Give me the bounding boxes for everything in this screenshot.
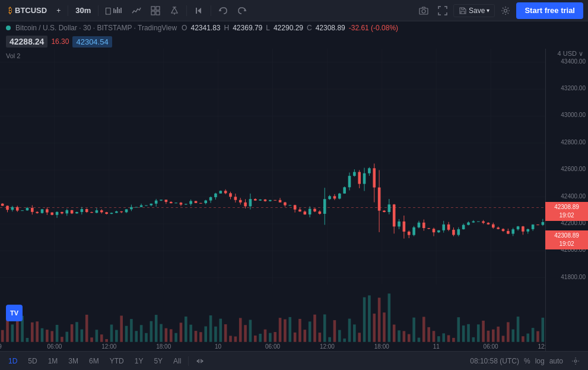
svg-rect-1: [115, 10, 116, 13]
svg-point-16: [574, 360, 577, 362]
current-price-tag: 42308.89 19:02: [545, 230, 588, 249]
price-tick: 43400.00: [561, 58, 586, 65]
chart-type-button[interactable]: ⎕: [102, 4, 126, 17]
close-label: C: [307, 24, 312, 32]
candlestick-chart[interactable]: Vol 2 TV 4 USD ∨43400.0043200.0043000.00…: [0, 49, 588, 351]
svg-marker-11: [198, 8, 201, 14]
fullscreen-icon: [438, 6, 447, 15]
timeframe-ytd[interactable]: YTD: [106, 356, 128, 366]
price-box: 42288.24 16.30 42304.54: [0, 34, 588, 49]
timeframe-all[interactable]: All: [170, 356, 185, 366]
alerts-icon: [170, 6, 179, 15]
timeframe-5d[interactable]: 5D: [24, 356, 40, 366]
price-change: -32.61 (-0.08%): [349, 24, 398, 32]
settings-button[interactable]: [497, 4, 514, 17]
high-value: 42369.79: [233, 24, 262, 32]
price-change-display: 16.30: [51, 37, 69, 46]
open-value: 42341.83: [190, 24, 220, 32]
chart-settings-button[interactable]: [568, 355, 583, 367]
chart-container: Bitcoin / U.S. Dollar · 30 · BITSTAMP · …: [0, 21, 588, 370]
timeframe-1y[interactable]: 1Y: [131, 356, 147, 366]
gear-icon: [501, 6, 510, 15]
symbol-label: BTCUSD: [15, 6, 47, 15]
btc-icon: ₿: [8, 6, 12, 15]
ohlc-data: O 42341.83 H 42369.79 L 42290.29 C 42308…: [182, 24, 398, 32]
timeframe-3m[interactable]: 3M: [65, 356, 82, 366]
price-tick: 43200.00: [561, 85, 586, 91]
price-tick: 41800.00: [561, 274, 586, 280]
svg-rect-7: [151, 11, 155, 15]
online-indicator: [6, 26, 11, 30]
redo-icon: [237, 6, 247, 15]
price-tick: 43000.00: [561, 112, 586, 118]
volume-label: Vol 2: [6, 52, 20, 59]
tradingview-logo: TV: [6, 305, 23, 321]
high-label: H: [224, 24, 230, 32]
indicators-button[interactable]: [128, 4, 145, 17]
timeframe-button[interactable]: 30m: [72, 4, 94, 17]
svg-rect-5: [151, 7, 155, 10]
timeframe-label: 30m: [75, 6, 91, 15]
low-value: 42290.29: [274, 24, 303, 32]
timeframe-1m[interactable]: 1M: [45, 356, 62, 366]
price-tick: 42800.00: [561, 139, 586, 146]
alerts-button[interactable]: [166, 4, 183, 17]
current-price-display: 42288.24: [6, 36, 47, 48]
auto-label: auto: [549, 357, 563, 365]
price-tick: 42400.00: [561, 193, 586, 200]
bottom-right: 08:10:58 (UTC) % log auto: [470, 355, 583, 367]
candlestick-icon: ⎕: [106, 6, 110, 15]
bottom-bar: 1D 5D 1M 3M 6M YTD 1Y 5Y All 08:10:58 (U…: [0, 351, 588, 370]
add-symbol-button[interactable]: +: [53, 5, 64, 17]
screenshot-button[interactable]: [415, 4, 432, 17]
svg-point-9: [174, 13, 175, 14]
chart-title: Bitcoin / U.S. Dollar · 30 · BITSTAMP · …: [15, 24, 177, 32]
percent-label: %: [524, 357, 530, 365]
timestamp-display: 08:10:58 (UTC): [470, 357, 519, 365]
usd-label: 4 USD ∨: [558, 50, 586, 58]
save-dropdown-icon: ▾: [487, 7, 490, 14]
undo-button[interactable]: [215, 4, 231, 17]
svg-rect-2: [117, 7, 118, 13]
bid-price-display: 42304.54: [72, 36, 112, 48]
replay-button[interactable]: [190, 4, 207, 17]
redo-button[interactable]: [234, 4, 250, 17]
start-trial-button[interactable]: Start free trial: [516, 2, 583, 19]
svg-point-15: [504, 9, 507, 12]
settings-icon: [571, 357, 580, 365]
save-label: Save: [469, 7, 485, 15]
templates-button[interactable]: [147, 4, 164, 17]
main-toolbar: ₿ BTCUSD + 30m ⎕: [0, 0, 588, 21]
indicators-icon: [132, 6, 141, 15]
separator: [68, 5, 68, 16]
close-value: 42308.89: [316, 24, 345, 32]
chart-info-bar: Bitcoin / U.S. Dollar · 30 · BITSTAMP · …: [0, 21, 588, 34]
camera-icon: [419, 6, 428, 15]
compare-button[interactable]: [192, 355, 208, 367]
svg-rect-3: [119, 9, 120, 13]
undo-icon: [218, 6, 228, 15]
save-icon: [459, 7, 467, 15]
log-label: log: [535, 357, 545, 365]
price-tag: 42308.8919:02: [545, 202, 588, 221]
y-axis: 4 USD ∨43400.0043200.0043000.0042800.004…: [545, 49, 588, 351]
svg-rect-6: [156, 7, 160, 10]
plus-icon: +: [56, 7, 61, 15]
templates-icon: [151, 6, 160, 15]
separator4: [211, 5, 211, 16]
svg-rect-4: [120, 8, 122, 13]
save-button[interactable]: Save ▾: [453, 4, 495, 17]
bar-chart-icon: [113, 6, 122, 15]
svg-rect-8: [156, 11, 160, 15]
chart-canvas: [0, 49, 545, 351]
svg-rect-12: [196, 8, 197, 14]
timeframe-6m[interactable]: 6M: [85, 356, 103, 366]
bottom-separator: [188, 356, 189, 366]
timeframe-1d[interactable]: 1D: [5, 356, 21, 366]
separator3: [186, 5, 187, 16]
compare-icon: [196, 357, 204, 365]
fullscreen-button[interactable]: [434, 4, 451, 17]
symbol-button[interactable]: ₿ BTCUSD: [5, 4, 50, 17]
timeframe-5y[interactable]: 5Y: [150, 356, 166, 366]
open-label: O: [182, 24, 187, 32]
